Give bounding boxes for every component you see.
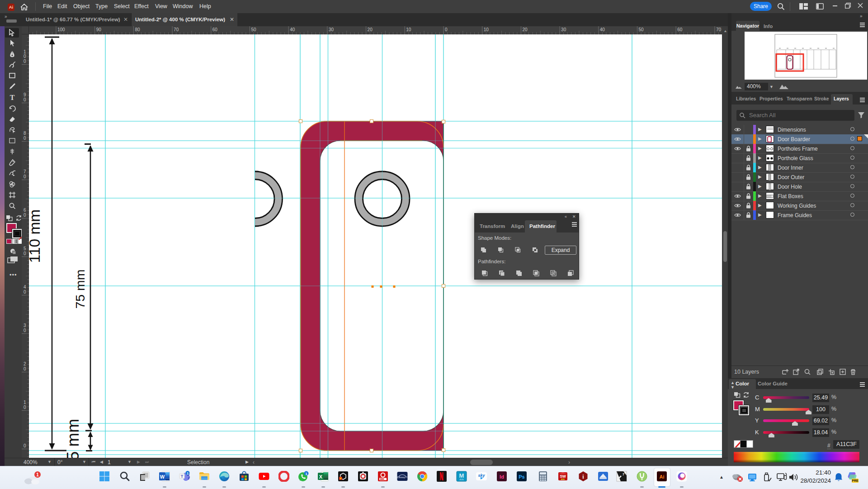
svg-text:4: 4 [24,285,26,290]
svg-text:0: 0 [24,366,26,371]
svg-text:5: 5 [24,246,26,251]
svg-text:20: 20 [368,27,373,32]
svg-text:70: 70 [716,27,722,32]
svg-text:10: 10 [406,27,411,32]
svg-text:0: 0 [24,136,26,141]
svg-text:PRE: PRE [852,479,859,482]
svg-text:W: W [160,474,165,480]
svg-text:40: 40 [290,27,295,32]
svg-text:7: 7 [24,169,26,174]
svg-text:0: 0 [24,213,26,218]
svg-text:30: 30 [561,27,566,32]
svg-text:AYA: AYA [459,478,464,481]
svg-text:T: T [181,474,184,479]
svg-text:0: 0 [24,54,26,59]
svg-text:0: 0 [24,97,26,102]
svg-text:110 mm: 110 mm [29,209,43,263]
svg-text:0: 0 [24,59,26,64]
svg-text:80: 80 [135,27,140,32]
svg-text:2024: 2024 [561,479,565,480]
svg-text:9: 9 [24,92,26,97]
svg-text:50: 50 [639,27,644,32]
svg-text:SW: SW [560,474,566,479]
svg-text:30: 30 [329,27,334,32]
svg-text:8: 8 [24,131,26,136]
svg-text:0: 0 [24,443,26,448]
svg-text:Ai: Ai [660,474,665,480]
svg-text:1: 1 [305,472,307,476]
svg-text:75 mm: 75 mm [73,269,87,309]
svg-text:20: 20 [522,27,528,32]
svg-text:T: T [10,94,15,101]
svg-text:1: 1 [24,49,26,54]
svg-text:60: 60 [212,27,218,32]
svg-text:0: 0 [24,174,26,179]
svg-text:100: 100 [57,27,65,32]
svg-text:0: 0 [24,251,26,256]
svg-text:X: X [319,474,323,480]
svg-text:60: 60 [677,27,683,32]
svg-text:Ps: Ps [519,474,524,480]
svg-text:Id: Id [500,474,504,480]
svg-text:7: 7 [623,472,625,476]
svg-text:0: 0 [24,290,26,294]
svg-text:40: 40 [600,27,605,32]
svg-text:70: 70 [174,27,179,32]
svg-text:0: 0 [445,27,448,32]
svg-text:0: 0 [24,328,26,333]
svg-text:5 mm: 5 mm [64,419,82,458]
svg-text:10: 10 [484,27,489,32]
svg-text:1: 1 [36,472,39,477]
svg-text:2: 2 [24,361,26,366]
svg-text:3: 3 [24,323,26,328]
svg-text:1: 1 [187,471,189,475]
svg-text:sky: sky [478,473,485,478]
svg-text:50: 50 [251,27,257,32]
svg-text:6: 6 [24,208,26,213]
svg-text:0: 0 [24,405,26,410]
svg-text:Disney+: Disney+ [397,475,408,479]
svg-text:90: 90 [96,27,102,32]
svg-text:1: 1 [24,400,26,405]
